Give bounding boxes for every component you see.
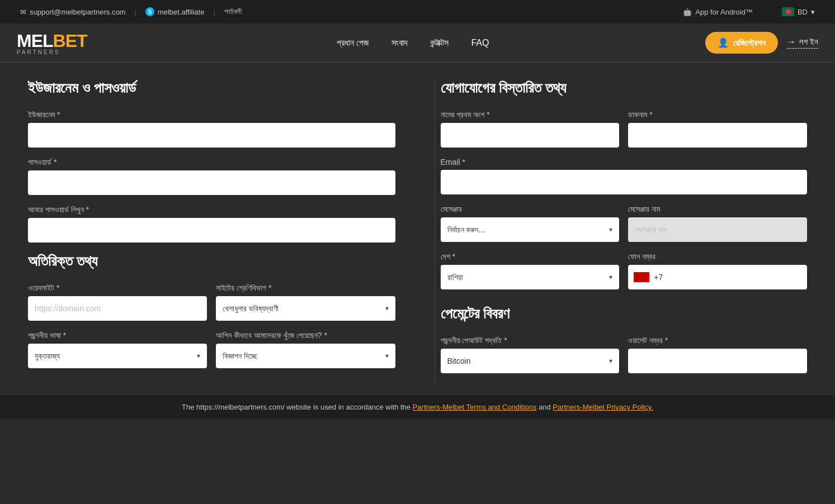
phone-prefix: +7 xyxy=(654,273,663,282)
password-label: পাসওয়ার্ড * xyxy=(28,158,395,167)
messenger-select[interactable]: নির্বাচন করুন... xyxy=(441,217,620,242)
right-column: যোগাযোগের বিস্তারিত তথ্য নামের প্রথম অংশ… xyxy=(435,79,808,383)
section-contact-title: যোগাযোগের বিস্তারিত তথ্য xyxy=(441,79,808,97)
nav-faq[interactable]: FAQ xyxy=(471,38,489,48)
payout-group: পছন্দনীয় পেআউট পদ্ধতি * Bitcoin ▾ xyxy=(441,336,620,373)
main-nav: প্রধান পেজ সংবাদ কন্টাক্টস FAQ xyxy=(121,38,705,48)
messenger-group: মেসেঞ্জার নির্বাচন করুন... ▾ xyxy=(441,205,620,242)
messenger-name-group: মেসেঞ্জার নাম xyxy=(628,205,807,242)
country-phone-row: দেশ * রাশিয়া ▾ ফোন নম্বর +7 xyxy=(441,252,808,299)
topbar-email: ✉ support@melbetpartners.com xyxy=(11,8,134,16)
country-group: দেশ * রাশিয়া ▾ xyxy=(441,252,620,289)
how-find-label: আপিন কীভাবে আমাদেরকে খুঁজে পেয়েছেন? * xyxy=(216,331,395,340)
login-button[interactable]: → লগ ইন xyxy=(787,37,818,49)
nav-home[interactable]: প্রধান পেজ xyxy=(337,38,369,48)
footer-bar: The https://melbetpartners.com/ website … xyxy=(0,394,835,419)
password-input[interactable] xyxy=(28,170,395,195)
topbar-right: 🤖 App for Android™ BD ▾ xyxy=(674,7,824,16)
left-column: ইউজারনেম ও পাসওয়ার্ড ইউজারনেম * পাসওয়া… xyxy=(28,79,401,383)
email-group: Email * xyxy=(441,158,808,194)
logo-mel: MEL xyxy=(17,31,53,51)
nav-right: 👤 রেজিস্ট্রেশন → লগ ইন xyxy=(705,32,818,54)
wallet-group: ওয়ালেট নম্বর * xyxy=(628,336,807,373)
email-label: Email * xyxy=(441,158,808,167)
country-label: দেশ * xyxy=(441,252,620,261)
main-content: ইউজারনেম ও পাসওয়ার্ড ইউজারনেম * পাসওয়া… xyxy=(0,63,835,394)
password-group: পাসওয়ার্ড * xyxy=(28,158,395,195)
language-label: পছন্দনীয় ভাষা * xyxy=(28,331,207,340)
nav-contacts[interactable]: কন্টাক্টস xyxy=(430,38,449,48)
logo-bet: BET xyxy=(53,31,87,51)
website-input[interactable] xyxy=(28,296,207,321)
android-app-link[interactable]: 🤖 App for Android™ xyxy=(674,8,762,16)
website-group: ওয়েবসাইট * xyxy=(28,283,207,321)
username-input[interactable] xyxy=(28,123,395,148)
category-select-wrap: খেলাধুলার ভবিষ্যদ্বাণী ▾ xyxy=(216,296,395,321)
phone-input[interactable] xyxy=(669,273,801,282)
language-howfind-row: পছন্দনীয় ভাষা * যুক্তরাজ্য ▾ আপিন কীভাব… xyxy=(28,331,395,378)
language-select-wrap: যুক্তরাজ্য ▾ xyxy=(28,344,207,368)
firstname-label: নামের প্রথম অংশ * xyxy=(441,110,620,120)
section-additional-title: অতিরিক্ত তথ্য xyxy=(28,253,395,270)
messenger-select-wrap: নির্বাচন করুন... ▾ xyxy=(441,217,620,242)
name-row: নামের প্রথম অংশ * ডাকনাম * xyxy=(441,110,808,158)
confirm-password-label: আবার পাসওয়ার্ড লিখুন * xyxy=(28,205,395,215)
language-group: পছন্দনীয় ভাষা * যুক্তরাজ্য ▾ xyxy=(28,331,207,368)
wallet-input[interactable] xyxy=(628,349,807,373)
messenger-row: মেসেঞ্জার নির্বাচন করুন... ▾ মেসেঞ্জার ন… xyxy=(441,205,808,252)
login-arrow-icon: → xyxy=(787,37,796,47)
country-selector[interactable]: BD ▾ xyxy=(773,7,824,16)
confirm-password-group: আবার পাসওয়ার্ড লিখুন * xyxy=(28,205,395,243)
email-icon: ✉ xyxy=(20,8,26,16)
country-select[interactable]: রাশিয়া xyxy=(441,265,620,289)
section-username-title: ইউজারনেম ও পাসওয়ার্ড xyxy=(28,79,395,97)
messenger-name-input[interactable] xyxy=(628,217,807,242)
lastname-group: ডাকনাম * xyxy=(628,110,807,148)
topbar-skype: S melbet.affiliate xyxy=(136,7,214,16)
username-label: ইউজারনেম * xyxy=(28,110,395,120)
wallet-label: ওয়ালেট নম্বর * xyxy=(628,336,807,345)
nav-news[interactable]: সংবাদ xyxy=(391,38,408,48)
logo-partners: PARTNERS xyxy=(17,49,87,55)
website-label: ওয়েবসাইট * xyxy=(28,283,207,293)
payout-select-wrap: Bitcoin ▾ xyxy=(441,349,620,373)
lastname-input[interactable] xyxy=(628,123,807,148)
skype-icon: S xyxy=(145,7,154,16)
username-group: ইউজারনেম * xyxy=(28,110,395,148)
user-icon: 👤 xyxy=(718,37,729,48)
confirm-password-input[interactable] xyxy=(28,218,395,243)
messenger-label: মেসেঞ্জার xyxy=(441,205,620,214)
lastname-label: ডাকনাম * xyxy=(628,110,807,120)
website-category-row: ওয়েবসাইট * সাইটের শ্রেণিবিভাগ * খেলাধুল… xyxy=(28,283,395,331)
payment-row: পছন্দনীয় পেআউট পদ্ধতি * Bitcoin ▾ ওয়াল… xyxy=(441,336,808,383)
how-find-select[interactable]: বিজ্ঞাপন দিচ্ছে xyxy=(216,344,395,368)
privacy-link[interactable]: Partners-Melbet Privacy Policy. xyxy=(553,403,653,411)
russia-flag-icon xyxy=(634,272,649,282)
category-select[interactable]: খেলাধুলার ভবিষ্যদ্বাণী xyxy=(216,296,395,321)
navbar: MELBET PARTNERS প্রধান পেজ সংবাদ কন্টাক্… xyxy=(0,23,835,63)
category-label: সাইটের শ্রেণিবিভাগ * xyxy=(216,283,395,293)
messenger-name-label: মেসেঞ্জার নাম xyxy=(628,205,807,214)
country-flag-icon xyxy=(782,7,794,16)
topbar: ✉ support@melbetpartners.com | S melbet.… xyxy=(0,0,835,23)
how-find-group: আপিন কীভাবে আমাদেরকে খুঁজে পেয়েছেন? * ব… xyxy=(216,331,395,368)
email-input[interactable] xyxy=(441,170,808,194)
payout-label: পছন্দনীয় পেআউট পদ্ধতি * xyxy=(441,336,620,345)
topbar-terms[interactable]: শর্তাবলী xyxy=(215,7,251,16)
language-select[interactable]: যুক্তরাজ্য xyxy=(28,344,207,368)
android-icon: 🤖 xyxy=(683,8,692,16)
firstname-input[interactable] xyxy=(441,123,620,148)
phone-group: ফোন নম্বর +7 xyxy=(628,252,807,289)
country-select-wrap: রাশিয়া ▾ xyxy=(441,265,620,289)
firstname-group: নামের প্রথম অংশ * xyxy=(441,110,620,148)
logo[interactable]: MELBET PARTNERS xyxy=(17,31,87,55)
phone-wrap: +7 xyxy=(628,265,807,289)
phone-label: ফোন নম্বর xyxy=(628,252,807,261)
register-button[interactable]: 👤 রেজিস্ট্রেশন xyxy=(705,32,778,54)
category-group: সাইটের শ্রেণিবিভাগ * খেলাধুলার ভবিষ্যদ্ব… xyxy=(216,283,395,321)
terms-link[interactable]: Partners-Melbet Terms and Conditions xyxy=(413,403,537,411)
chevron-down-icon: ▾ xyxy=(811,8,815,16)
how-find-select-wrap: বিজ্ঞাপন দিচ্ছে ▾ xyxy=(216,344,395,368)
section-payment-title: পেমেন্টের বিবরণ xyxy=(441,305,808,322)
payout-select[interactable]: Bitcoin xyxy=(441,349,620,373)
